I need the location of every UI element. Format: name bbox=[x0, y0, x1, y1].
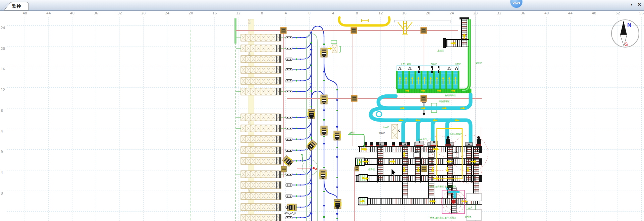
station-box[interactable] bbox=[355, 166, 359, 171]
monitor-window: 12003200320032003200xY人工上料区吊装区待料区缓存区上线区自… bbox=[0, 0, 644, 221]
ruler-top-tick: 56 bbox=[638, 11, 644, 15]
buffer-bank bbox=[396, 66, 460, 89]
ruler-top-tick: 16 bbox=[400, 11, 408, 15]
ruler-top-tick: 28 bbox=[472, 11, 479, 15]
tab-shape bbox=[0, 0, 74, 11]
origin-marker: xY bbox=[297, 153, 318, 170]
agv-path-network bbox=[292, 26, 338, 221]
ruler-top-tick: 8 bbox=[258, 11, 266, 15]
ruler-top-tick: 0 bbox=[306, 11, 313, 15]
svg-text:AGV_AP_0: AGV_AP_0 bbox=[284, 212, 296, 215]
svg-text:工作区,左焊接区,右焊-控制区: 工作区,左焊接区,右焊-控制区 bbox=[428, 216, 456, 219]
storage-racks bbox=[236, 34, 292, 221]
agv-icon[interactable] bbox=[287, 204, 297, 211]
ruler-left-tick: 12 bbox=[1, 88, 5, 92]
agv-icon[interactable] bbox=[320, 126, 328, 135]
ruler-top-tick: 36 bbox=[519, 11, 527, 15]
ruler-top-tick: 36 bbox=[92, 11, 100, 15]
agv-icon[interactable] bbox=[320, 95, 328, 104]
svg-text:1200: 1200 bbox=[248, 19, 251, 24]
svg-text:人工上料区: 人工上料区 bbox=[400, 63, 412, 66]
chevron-down-icon[interactable]: ▾ bbox=[629, 3, 635, 8]
ruler-left-tick: 8 bbox=[1, 108, 3, 113]
ruler-top-tick: 52 bbox=[614, 11, 622, 15]
svg-text:立库: 立库 bbox=[468, 206, 473, 209]
ruler-top-tick: 32 bbox=[116, 11, 123, 15]
compass-south-label: S bbox=[625, 41, 628, 47]
rack-symbol bbox=[331, 41, 340, 53]
svg-text:电装区: 电装区 bbox=[379, 132, 385, 134]
ruler-left-tick: 4 bbox=[1, 170, 3, 175]
ruler-top-tick: 40 bbox=[68, 11, 76, 15]
ruler-top-tick: 4 bbox=[329, 11, 337, 15]
compass-north-label: N bbox=[627, 22, 631, 28]
ruler-left-tick: 16 bbox=[1, 67, 5, 71]
station-box[interactable] bbox=[422, 166, 427, 172]
ruler-left-tick: 24 bbox=[1, 26, 5, 30]
ruler-top-tick: 44 bbox=[45, 11, 52, 15]
svg-text:上线区: 上线区 bbox=[437, 49, 444, 52]
ruler-top-tick: 40 bbox=[543, 11, 550, 15]
ruler-top-tick: 20 bbox=[187, 11, 195, 15]
station-box[interactable] bbox=[281, 166, 286, 172]
svg-text:C: C bbox=[398, 129, 400, 132]
ruler-top-tick: 24 bbox=[163, 11, 171, 15]
ruler-left-tick: 0 bbox=[1, 150, 3, 154]
ruler-top-tick: 48 bbox=[590, 11, 598, 15]
serpentine-conveyor bbox=[371, 94, 471, 143]
agv-icon[interactable] bbox=[308, 109, 315, 119]
close-icon[interactable]: ✕ bbox=[636, 2, 643, 8]
agv-icon[interactable] bbox=[334, 199, 341, 209]
ruler-left-tick: 20 bbox=[1, 47, 5, 51]
svg-text:人工区: 人工区 bbox=[383, 126, 389, 128]
mouse-cursor bbox=[391, 168, 396, 176]
svg-text:Y: Y bbox=[301, 153, 304, 157]
tab-bar bbox=[0, 0, 644, 11]
ruler-top-tick: 44 bbox=[567, 11, 574, 15]
svg-text:吊装区: 吊装区 bbox=[431, 63, 437, 65]
svg-text:缓存区: 缓存区 bbox=[476, 62, 482, 64]
ruler-top-tick: 12 bbox=[234, 11, 242, 15]
ruler-top-tick: 32 bbox=[495, 11, 503, 15]
compass: NS bbox=[611, 20, 639, 47]
svg-text:自动供料线: 自动供料线 bbox=[445, 94, 456, 97]
ruler-top-tick: 48 bbox=[21, 11, 29, 15]
drawing-boundary: 12003200320032003200 bbox=[191, 11, 481, 221]
svg-text:人工上料: 人工上料 bbox=[418, 138, 427, 140]
svg-text:机器人抓取区: 机器人抓取区 bbox=[449, 133, 463, 135]
ruler-left-tick: 8 bbox=[1, 191, 3, 196]
ruler-top-tick: 4 bbox=[282, 11, 289, 15]
svg-text:提升机: 提升机 bbox=[368, 168, 375, 171]
assembly-conveyors bbox=[348, 17, 482, 205]
ruler-top-tick: 8 bbox=[353, 11, 361, 15]
plant-layout-canvas[interactable]: 12003200320032003200xY人工上料区吊装区待料区缓存区上线区自… bbox=[0, 0, 644, 221]
timer-badge-label: 00:05 bbox=[510, 1, 523, 4]
ruler-top-tick: 28 bbox=[140, 11, 147, 15]
ruler-left-tick: 4 bbox=[1, 129, 3, 134]
ruler-top-tick: 24 bbox=[448, 11, 455, 15]
agv-icon[interactable] bbox=[333, 131, 341, 140]
svg-text:工作区,左焊接区,右焊-控制区: 工作区,左焊接区,右焊-控制区 bbox=[428, 185, 456, 188]
svg-text:停放整理区: 停放整理区 bbox=[439, 100, 450, 103]
ruler-top-tick: 12 bbox=[377, 11, 384, 15]
agv-icon[interactable] bbox=[319, 170, 327, 179]
agv-icon[interactable] bbox=[320, 48, 328, 57]
svg-text:x: x bbox=[315, 166, 318, 170]
svg-text:上料口: 上料口 bbox=[349, 131, 356, 134]
ruler-top-tick: 16 bbox=[211, 11, 218, 15]
svg-text:待料区: 待料区 bbox=[455, 63, 462, 65]
svg-text:自动区: 自动区 bbox=[465, 215, 472, 218]
tab-monitor[interactable]: 监控 bbox=[12, 3, 21, 9]
ruler-top-tick: 20 bbox=[424, 11, 432, 15]
